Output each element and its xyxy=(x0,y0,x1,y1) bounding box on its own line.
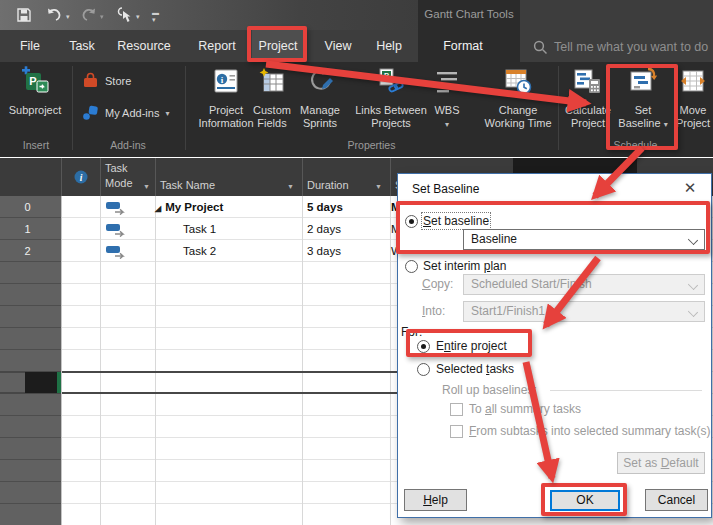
touch-mode-dropdown-icon[interactable]: ▾ xyxy=(136,13,140,21)
store-button[interactable]: Store xyxy=(82,70,131,92)
task-duration[interactable]: 5 days xyxy=(307,196,343,218)
copy-select: Scheduled Start/Finish xyxy=(463,274,705,295)
contextual-tools-label: Gantt Chart Tools xyxy=(418,8,520,20)
into-label: Into: xyxy=(422,304,445,318)
task-name[interactable]: My Project xyxy=(165,201,223,213)
tab-view[interactable]: View xyxy=(317,30,359,62)
selected-tasks-radio[interactable] xyxy=(417,363,430,376)
custom-fields-button[interactable]: CustomFields xyxy=(247,66,297,130)
set-baseline-dropdown-icon: ▾ xyxy=(664,120,668,129)
title-bar xyxy=(0,0,713,30)
baseline-select[interactable]: Baseline xyxy=(463,229,705,250)
undo-icon[interactable] xyxy=(46,7,63,25)
group-separator xyxy=(558,66,559,150)
svg-text:P: P xyxy=(384,71,389,80)
task-duration[interactable]: 2 days xyxy=(307,218,341,240)
duration-filter-icon[interactable]: ▼ xyxy=(375,183,382,190)
manage-sprints-button[interactable]: ManageSprints xyxy=(294,66,346,130)
chevron-down-icon xyxy=(688,280,698,290)
to-all-summary-tasks-label: To all summary tasks xyxy=(469,402,581,416)
move-project-icon xyxy=(671,66,713,100)
from-subtasks-label: From subtasks into selected summary task… xyxy=(469,424,710,438)
grid-column-line xyxy=(61,196,62,525)
selected-cell[interactable] xyxy=(25,372,58,393)
move-project-button[interactable]: MoveProject xyxy=(671,66,713,130)
calculate-project-button[interactable]: CalculateProject xyxy=(560,66,616,130)
custom-fields-icon xyxy=(247,66,297,100)
entire-project-radio-label[interactable]: Entire project xyxy=(436,339,507,353)
ms-project-window: Gantt Chart Tools ▾ ▾ ▾ ▬▾ File Task Res… xyxy=(0,0,713,525)
svg-text:P: P xyxy=(29,75,36,87)
set-baseline-radio[interactable] xyxy=(405,215,418,228)
tell-me-search-input[interactable]: Tell me what you want to do xyxy=(554,39,708,55)
set-baseline-button[interactable]: SetBaseline ▾ xyxy=(614,66,672,131)
group-label-insert: Insert xyxy=(0,139,72,151)
links-between-projects-icon: P xyxy=(353,66,429,100)
column-header-duration[interactable]: Duration ▼ xyxy=(302,158,391,196)
tab-help[interactable]: Help xyxy=(369,30,409,62)
subproject-button[interactable]: P Subproject xyxy=(2,66,68,117)
info-icon: i xyxy=(74,170,88,186)
set-baseline-icon xyxy=(614,66,672,100)
row-id[interactable]: 0 xyxy=(0,196,55,218)
wbs-button[interactable]: WBS▾ xyxy=(430,66,464,131)
my-addins-icon xyxy=(82,104,99,123)
column-header-task-name[interactable]: Task Name ▼ xyxy=(155,158,303,196)
links-between-projects-button[interactable]: P Links BetweenProjects xyxy=(353,66,429,130)
tab-project[interactable]: Project xyxy=(252,30,304,62)
change-working-time-button[interactable]: ChangeWorking Time xyxy=(482,66,554,130)
auto-scheduled-icon xyxy=(106,244,128,266)
task-mode-filter-icon[interactable]: ▼ xyxy=(143,183,150,190)
ok-button[interactable]: OK xyxy=(550,490,620,511)
group-rule xyxy=(550,390,702,391)
for-label: For: xyxy=(401,325,422,339)
entire-project-radio[interactable] xyxy=(417,340,430,353)
group-label-addins: Add-ins xyxy=(80,139,176,151)
to-all-summary-tasks-checkbox[interactable] xyxy=(450,403,463,416)
help-button[interactable]: Help xyxy=(404,489,467,511)
task-name-filter-icon[interactable]: ▼ xyxy=(287,183,294,190)
tab-file[interactable]: File xyxy=(10,30,50,62)
tab-task[interactable]: Task xyxy=(62,30,102,62)
save-icon[interactable] xyxy=(16,7,32,25)
row-id-column: 0 1 2 xyxy=(0,196,61,525)
my-addins-button[interactable]: My Add-ins ▾ xyxy=(82,102,169,124)
store-icon xyxy=(82,72,99,91)
row-id[interactable]: 2 xyxy=(0,240,55,262)
set-baseline-radio-label[interactable]: Set baseline xyxy=(423,214,489,228)
set-interim-plan-radio[interactable] xyxy=(405,260,418,273)
rollup-baselines-label: Roll up baselines: xyxy=(442,383,537,397)
copy-label: Copy: xyxy=(422,277,453,291)
task-duration[interactable]: 3 days xyxy=(307,240,341,262)
redo-icon[interactable] xyxy=(80,7,97,25)
timescale-header-block xyxy=(513,158,637,173)
set-baseline-dialog: Set Baseline ✕ Set baseline Baseline Set… xyxy=(397,173,712,518)
customize-qat-icon[interactable]: ▬▾ xyxy=(152,9,159,24)
tab-report[interactable]: Report xyxy=(192,30,242,62)
group-label-schedule: Schedule xyxy=(558,139,713,151)
chevron-down-icon xyxy=(688,235,698,245)
cancel-button[interactable]: Cancel xyxy=(645,489,708,511)
column-header-task-mode[interactable]: Task Mode ▼ xyxy=(100,158,156,196)
tab-format[interactable]: Format xyxy=(440,30,486,62)
column-header-indicators[interactable]: i xyxy=(61,158,101,196)
undo-dropdown-icon[interactable]: ▾ xyxy=(66,13,70,21)
tab-resource[interactable]: Resource xyxy=(108,30,180,62)
group-separator xyxy=(185,66,186,150)
row-id[interactable]: 1 xyxy=(0,218,55,240)
redo-dropdown-icon[interactable]: ▾ xyxy=(100,13,104,21)
into-select: Start1/Finish1 xyxy=(463,301,705,322)
dialog-title: Set Baseline xyxy=(412,182,479,196)
touch-mouse-mode-icon[interactable] xyxy=(116,7,131,25)
group-label-properties: Properties xyxy=(185,139,558,151)
set-interim-plan-radio-label[interactable]: Set interim plan xyxy=(423,259,506,273)
column-header-id[interactable] xyxy=(0,158,62,196)
calculate-project-icon xyxy=(560,66,616,100)
selected-tasks-radio-label[interactable]: Selected tasks xyxy=(436,362,514,376)
close-icon[interactable]: ✕ xyxy=(678,177,702,199)
change-working-time-icon xyxy=(482,66,554,100)
expand-triangle-icon[interactable]: ◢ xyxy=(155,204,161,213)
search-icon[interactable] xyxy=(533,40,548,59)
manage-sprints-icon xyxy=(294,66,346,100)
from-subtasks-checkbox[interactable] xyxy=(450,425,463,438)
